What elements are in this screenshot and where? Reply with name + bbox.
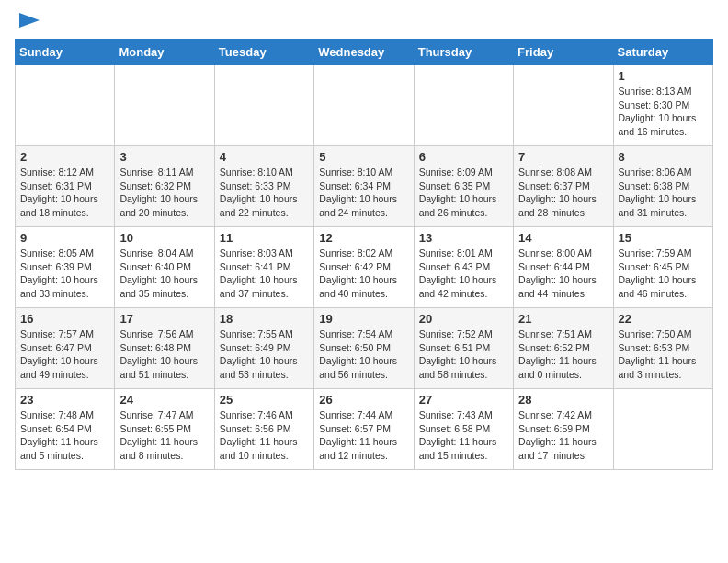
calendar-day-14: 14Sunrise: 8:00 AM Sunset: 6:44 PM Dayli… bbox=[514, 227, 613, 308]
calendar-empty-cell bbox=[414, 65, 513, 146]
day-info: Sunrise: 8:02 AM Sunset: 6:42 PM Dayligh… bbox=[319, 247, 408, 301]
day-info: Sunrise: 7:52 AM Sunset: 6:51 PM Dayligh… bbox=[419, 327, 508, 382]
day-number: 23 bbox=[20, 393, 109, 407]
day-info: Sunrise: 8:13 AM Sunset: 6:30 PM Dayligh… bbox=[619, 85, 708, 139]
calendar-page: SundayMondayTuesdayWednesdayThursdayFrid… bbox=[0, 0, 728, 485]
calendar-day-22: 22Sunrise: 7:50 AM Sunset: 6:53 PM Dayli… bbox=[613, 308, 712, 389]
day-number: 4 bbox=[220, 150, 309, 164]
day-info: Sunrise: 8:11 AM Sunset: 6:32 PM Dayligh… bbox=[119, 166, 209, 220]
day-number: 22 bbox=[619, 312, 708, 326]
calendar-week-row: 9Sunrise: 8:05 AM Sunset: 6:39 PM Daylig… bbox=[16, 227, 713, 308]
calendar-week-row: 2Sunrise: 8:12 AM Sunset: 6:31 PM Daylig… bbox=[16, 146, 713, 227]
day-number: 28 bbox=[518, 393, 608, 407]
calendar-day-18: 18Sunrise: 7:55 AM Sunset: 6:49 PM Dayli… bbox=[214, 308, 313, 389]
day-number: 5 bbox=[319, 150, 408, 164]
calendar-day-24: 24Sunrise: 7:47 AM Sunset: 6:55 PM Dayli… bbox=[115, 389, 214, 470]
day-info: Sunrise: 7:42 AM Sunset: 6:59 PM Dayligh… bbox=[518, 408, 608, 463]
day-number: 16 bbox=[20, 312, 109, 326]
day-info: Sunrise: 8:01 AM Sunset: 6:43 PM Dayligh… bbox=[419, 247, 508, 301]
day-number: 20 bbox=[419, 312, 508, 326]
day-info: Sunrise: 7:56 AM Sunset: 6:48 PM Dayligh… bbox=[119, 327, 209, 382]
calendar-empty-cell bbox=[214, 65, 313, 146]
calendar-day-23: 23Sunrise: 7:48 AM Sunset: 6:54 PM Dayli… bbox=[16, 389, 115, 470]
day-number: 9 bbox=[20, 231, 109, 245]
calendar-day-2: 2Sunrise: 8:12 AM Sunset: 6:31 PM Daylig… bbox=[16, 146, 115, 227]
logo bbox=[15, 15, 41, 29]
day-info: Sunrise: 8:10 AM Sunset: 6:34 PM Dayligh… bbox=[319, 166, 408, 220]
day-info: Sunrise: 7:57 AM Sunset: 6:47 PM Dayligh… bbox=[20, 327, 109, 382]
day-info: Sunrise: 8:00 AM Sunset: 6:44 PM Dayligh… bbox=[518, 247, 608, 301]
day-number: 14 bbox=[518, 231, 608, 245]
day-number: 26 bbox=[319, 393, 408, 407]
day-number: 10 bbox=[119, 231, 209, 245]
day-number: 18 bbox=[220, 312, 309, 326]
day-number: 15 bbox=[619, 231, 708, 245]
day-info: Sunrise: 7:54 AM Sunset: 6:50 PM Dayligh… bbox=[319, 327, 408, 382]
day-info: Sunrise: 8:05 AM Sunset: 6:39 PM Dayligh… bbox=[20, 247, 109, 301]
calendar-day-21: 21Sunrise: 7:51 AM Sunset: 6:52 PM Dayli… bbox=[514, 308, 613, 389]
day-number: 25 bbox=[220, 393, 309, 407]
day-info: Sunrise: 7:50 AM Sunset: 6:53 PM Dayligh… bbox=[619, 327, 708, 382]
calendar-day-8: 8Sunrise: 8:06 AM Sunset: 6:38 PM Daylig… bbox=[613, 146, 712, 227]
calendar-week-row: 16Sunrise: 7:57 AM Sunset: 6:47 PM Dayli… bbox=[16, 308, 713, 389]
day-info: Sunrise: 7:48 AM Sunset: 6:54 PM Dayligh… bbox=[20, 408, 109, 463]
day-info: Sunrise: 7:55 AM Sunset: 6:49 PM Dayligh… bbox=[220, 327, 309, 382]
calendar-day-26: 26Sunrise: 7:44 AM Sunset: 6:57 PM Dayli… bbox=[314, 389, 414, 470]
day-number: 19 bbox=[319, 312, 408, 326]
calendar-day-28: 28Sunrise: 7:42 AM Sunset: 6:59 PM Dayli… bbox=[514, 389, 613, 470]
calendar-day-7: 7Sunrise: 8:08 AM Sunset: 6:37 PM Daylig… bbox=[514, 146, 613, 227]
calendar-header-thursday: Thursday bbox=[414, 40, 513, 65]
calendar-header-monday: Monday bbox=[115, 40, 214, 65]
calendar-day-20: 20Sunrise: 7:52 AM Sunset: 6:51 PM Dayli… bbox=[414, 308, 513, 389]
calendar-day-12: 12Sunrise: 8:02 AM Sunset: 6:42 PM Dayli… bbox=[314, 227, 414, 308]
day-info: Sunrise: 8:12 AM Sunset: 6:31 PM Dayligh… bbox=[20, 166, 109, 220]
day-number: 11 bbox=[220, 231, 309, 245]
day-info: Sunrise: 7:59 AM Sunset: 6:45 PM Dayligh… bbox=[619, 247, 708, 301]
page-header bbox=[15, 15, 713, 29]
calendar-header-saturday: Saturday bbox=[613, 40, 712, 65]
calendar-empty-cell bbox=[514, 65, 613, 146]
calendar-empty-cell bbox=[314, 65, 414, 146]
calendar-day-27: 27Sunrise: 7:43 AM Sunset: 6:58 PM Dayli… bbox=[414, 389, 513, 470]
calendar-table: SundayMondayTuesdayWednesdayThursdayFrid… bbox=[15, 39, 713, 470]
calendar-day-13: 13Sunrise: 8:01 AM Sunset: 6:43 PM Dayli… bbox=[414, 227, 513, 308]
day-number: 24 bbox=[119, 393, 209, 407]
day-info: Sunrise: 8:06 AM Sunset: 6:38 PM Dayligh… bbox=[619, 166, 708, 220]
calendar-empty-cell bbox=[613, 389, 712, 470]
calendar-week-row: 1Sunrise: 8:13 AM Sunset: 6:30 PM Daylig… bbox=[16, 65, 713, 146]
day-number: 6 bbox=[419, 150, 508, 164]
calendar-day-25: 25Sunrise: 7:46 AM Sunset: 6:56 PM Dayli… bbox=[214, 389, 313, 470]
day-number: 12 bbox=[319, 231, 408, 245]
calendar-day-19: 19Sunrise: 7:54 AM Sunset: 6:50 PM Dayli… bbox=[314, 308, 414, 389]
calendar-day-6: 6Sunrise: 8:09 AM Sunset: 6:35 PM Daylig… bbox=[414, 146, 513, 227]
calendar-day-15: 15Sunrise: 7:59 AM Sunset: 6:45 PM Dayli… bbox=[613, 227, 712, 308]
day-info: Sunrise: 8:09 AM Sunset: 6:35 PM Dayligh… bbox=[419, 166, 508, 220]
day-info: Sunrise: 8:08 AM Sunset: 6:37 PM Dayligh… bbox=[518, 166, 608, 220]
day-info: Sunrise: 7:43 AM Sunset: 6:58 PM Dayligh… bbox=[419, 408, 508, 463]
calendar-day-11: 11Sunrise: 8:03 AM Sunset: 6:41 PM Dayli… bbox=[214, 227, 313, 308]
day-info: Sunrise: 8:03 AM Sunset: 6:41 PM Dayligh… bbox=[220, 247, 309, 301]
svg-marker-0 bbox=[19, 13, 40, 28]
logo-flag-icon bbox=[17, 11, 41, 29]
calendar-day-5: 5Sunrise: 8:10 AM Sunset: 6:34 PM Daylig… bbox=[314, 146, 414, 227]
day-number: 13 bbox=[419, 231, 508, 245]
day-number: 8 bbox=[619, 150, 708, 164]
day-info: Sunrise: 7:47 AM Sunset: 6:55 PM Dayligh… bbox=[119, 408, 209, 463]
day-info: Sunrise: 7:51 AM Sunset: 6:52 PM Dayligh… bbox=[518, 327, 608, 382]
calendar-day-3: 3Sunrise: 8:11 AM Sunset: 6:32 PM Daylig… bbox=[115, 146, 214, 227]
calendar-day-1: 1Sunrise: 8:13 AM Sunset: 6:30 PM Daylig… bbox=[613, 65, 712, 146]
calendar-day-10: 10Sunrise: 8:04 AM Sunset: 6:40 PM Dayli… bbox=[115, 227, 214, 308]
day-number: 7 bbox=[518, 150, 608, 164]
calendar-header-sunday: Sunday bbox=[16, 40, 115, 65]
calendar-day-17: 17Sunrise: 7:56 AM Sunset: 6:48 PM Dayli… bbox=[115, 308, 214, 389]
day-number: 2 bbox=[20, 150, 109, 164]
calendar-day-16: 16Sunrise: 7:57 AM Sunset: 6:47 PM Dayli… bbox=[16, 308, 115, 389]
day-number: 21 bbox=[518, 312, 608, 326]
day-info: Sunrise: 7:44 AM Sunset: 6:57 PM Dayligh… bbox=[319, 408, 408, 463]
calendar-empty-cell bbox=[115, 65, 214, 146]
calendar-day-4: 4Sunrise: 8:10 AM Sunset: 6:33 PM Daylig… bbox=[214, 146, 313, 227]
day-number: 27 bbox=[419, 393, 508, 407]
day-number: 1 bbox=[619, 69, 708, 83]
calendar-day-9: 9Sunrise: 8:05 AM Sunset: 6:39 PM Daylig… bbox=[16, 227, 115, 308]
day-info: Sunrise: 8:10 AM Sunset: 6:33 PM Dayligh… bbox=[220, 166, 309, 220]
